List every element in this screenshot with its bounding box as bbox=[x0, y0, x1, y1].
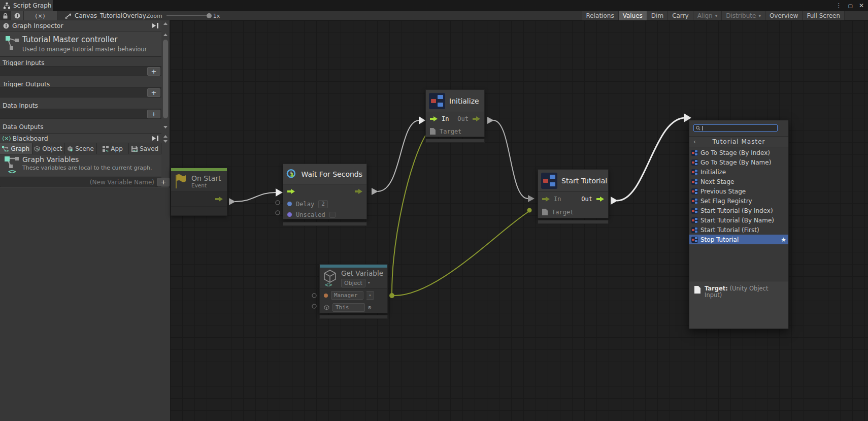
graph-breadcrumb[interactable]: Canvas_TutorialOverlay bbox=[57, 11, 151, 20]
chevron-down-icon[interactable]: ▾ bbox=[366, 291, 374, 300]
tab-graph[interactable]: <>Graph bbox=[0, 143, 32, 154]
value-input-port[interactable] bbox=[287, 212, 292, 217]
node-footer bbox=[538, 220, 609, 224]
finder-item[interactable]: Go To Stage (By Name) bbox=[689, 157, 788, 167]
variable-kind-dropdown[interactable]: Object ▾ bbox=[341, 279, 383, 287]
finder-item[interactable]: Start Tutorial (By Index) bbox=[689, 206, 788, 215]
scroll-down-icon[interactable] bbox=[163, 140, 168, 143]
add-item-button[interactable]: + bbox=[147, 88, 160, 97]
scroll-thumb[interactable] bbox=[163, 40, 168, 118]
toolbar-button-distribute[interactable]: Distribute▾ bbox=[722, 11, 765, 20]
inspector-sections: Trigger Inputs+Trigger Outputs+Data Inpu… bbox=[0, 58, 161, 130]
target-port-icon[interactable] bbox=[430, 128, 436, 135]
toolbar-button-values[interactable]: Values bbox=[619, 11, 647, 20]
trigger-output-port[interactable] bbox=[215, 197, 223, 202]
finder-item-label: Start Tutorial (By Name) bbox=[700, 217, 774, 224]
unit-icon bbox=[691, 237, 698, 243]
section-empty-list: + bbox=[0, 66, 161, 76]
trigger-output-port[interactable] bbox=[473, 116, 480, 121]
info-icon bbox=[3, 23, 9, 29]
unit-icon bbox=[691, 159, 698, 166]
finder-search-box[interactable] bbox=[693, 124, 778, 132]
section-empty-list: + bbox=[0, 87, 161, 98]
tab-script-graph[interactable]: Script Graph bbox=[0, 0, 53, 11]
zoom-slider[interactable] bbox=[166, 15, 209, 16]
finder-category-label: Tutorial Master bbox=[713, 138, 765, 145]
lock-button[interactable] bbox=[0, 11, 11, 20]
dock-icon[interactable] bbox=[152, 22, 159, 29]
value-input-port[interactable] bbox=[324, 294, 328, 298]
blackboard-toggle-button[interactable]: ⟨×⟩ bbox=[24, 11, 57, 20]
toolbar-button-relations[interactable]: Relations bbox=[582, 11, 619, 20]
window-maximize-icon[interactable]: ▢ bbox=[848, 3, 852, 9]
graph-inspector-header: Graph Inspector bbox=[0, 20, 161, 31]
delay-value-field[interactable]: 2 bbox=[318, 200, 328, 208]
node-subtitle: Event bbox=[191, 182, 221, 188]
toolbar-button-align[interactable]: Align▾ bbox=[693, 11, 722, 20]
finder-item[interactable]: Stop Tutorial★ bbox=[689, 235, 788, 244]
inspector-toggle-button[interactable] bbox=[11, 11, 24, 20]
finder-item[interactable]: Initialize bbox=[689, 167, 788, 177]
finder-item[interactable]: Go To Stage (By Index) bbox=[689, 148, 788, 157]
trigger-output-port[interactable] bbox=[355, 189, 362, 194]
finder-item[interactable]: Previous Stage bbox=[689, 186, 788, 196]
toolbar-button-label: Align bbox=[697, 12, 713, 19]
svg-text:<>: <> bbox=[133, 148, 138, 152]
zoom-slider-knob[interactable] bbox=[207, 13, 212, 18]
node-on-start[interactable]: On Start Event bbox=[171, 168, 227, 216]
window-menu-icon[interactable]: ⋮ bbox=[836, 2, 842, 9]
unit-icon bbox=[691, 227, 698, 233]
finder-item[interactable]: Set Flag Registry bbox=[689, 196, 788, 206]
toolbar-button-dim[interactable]: Dim bbox=[647, 11, 668, 20]
tutorial-unit-icon bbox=[429, 93, 445, 109]
trigger-input-port[interactable] bbox=[542, 197, 550, 202]
add-item-button[interactable]: + bbox=[147, 67, 160, 76]
add-item-button[interactable]: + bbox=[147, 110, 160, 118]
toolbar-button-overview[interactable]: Overview bbox=[765, 11, 803, 20]
scroll-down-icon[interactable] bbox=[163, 126, 168, 128]
object-picker-icon[interactable]: ⊙ bbox=[368, 304, 372, 311]
add-variable-button[interactable]: + bbox=[157, 178, 170, 186]
node-get-variable[interactable]: <> Get Variable Object ▾ Manager ▾ This … bbox=[319, 264, 388, 313]
finder-item[interactable]: Start Tutorial (First) bbox=[689, 225, 788, 235]
target-port-icon[interactable] bbox=[542, 209, 548, 215]
favorite-star-icon[interactable]: ★ bbox=[781, 236, 786, 243]
fallback-object-field[interactable]: This bbox=[332, 303, 365, 312]
back-chevron-icon[interactable]: ‹ bbox=[693, 138, 696, 145]
section-label-trigger-inputs: Trigger Inputs bbox=[0, 58, 161, 66]
scroll-up-icon[interactable] bbox=[163, 34, 168, 36]
toolbar-button-label: Distribute bbox=[726, 12, 756, 19]
node-start-tutorial[interactable]: Start Tutorial In Out Target bbox=[538, 169, 609, 218]
variable-kind-label: Object bbox=[341, 279, 365, 287]
node-wait-for-seconds[interactable]: Wait For Seconds Delay 2 Unscaled bbox=[283, 164, 367, 219]
value-input-port[interactable] bbox=[287, 202, 292, 206]
finder-item[interactable]: Start Tutorial (By Name) bbox=[689, 215, 788, 225]
trigger-output-port[interactable] bbox=[596, 197, 604, 202]
finder-item[interactable]: Next Stage bbox=[689, 177, 788, 186]
scroll-up-icon[interactable] bbox=[163, 22, 168, 25]
trigger-input-port[interactable] bbox=[287, 189, 295, 194]
scroll-up-icon[interactable] bbox=[163, 135, 168, 138]
port-label: Out bbox=[457, 115, 469, 122]
tab-saved[interactable]: <>Saved bbox=[129, 143, 161, 154]
toolbar-button-full-screen[interactable]: Full Screen bbox=[803, 11, 845, 20]
toolbar-button-carry[interactable]: Carry bbox=[668, 11, 693, 20]
window-close-icon[interactable]: ✕ bbox=[859, 2, 864, 9]
unit-icon bbox=[691, 179, 698, 185]
toolbar-button-label: Carry bbox=[672, 12, 689, 19]
zoom-label: Zoom bbox=[146, 13, 162, 19]
tab-app[interactable]: <>App bbox=[97, 143, 129, 154]
inspector-scrollbar[interactable] bbox=[161, 21, 170, 150]
blackboard-tabs: <>GraphObjectScene<>App<>Saved bbox=[0, 143, 161, 154]
variable-name-field[interactable]: Manager bbox=[331, 291, 363, 300]
dock-icon[interactable] bbox=[152, 135, 159, 142]
node-initialize[interactable]: Initialize In Out Target bbox=[425, 89, 485, 137]
trigger-input-port[interactable] bbox=[430, 116, 438, 121]
section-label-trigger-outputs: Trigger Outputs bbox=[0, 79, 161, 87]
tab-object[interactable]: Object bbox=[32, 143, 65, 154]
new-variable-input[interactable] bbox=[1, 178, 155, 187]
unscaled-checkbox[interactable] bbox=[329, 212, 336, 218]
tab-scene[interactable]: Scene bbox=[64, 143, 97, 154]
finder-item-label: Go To Stage (By Name) bbox=[700, 159, 771, 166]
toolbar-right-buttons: RelationsValuesDimCarryAlign▾Distribute▾… bbox=[582, 11, 845, 20]
